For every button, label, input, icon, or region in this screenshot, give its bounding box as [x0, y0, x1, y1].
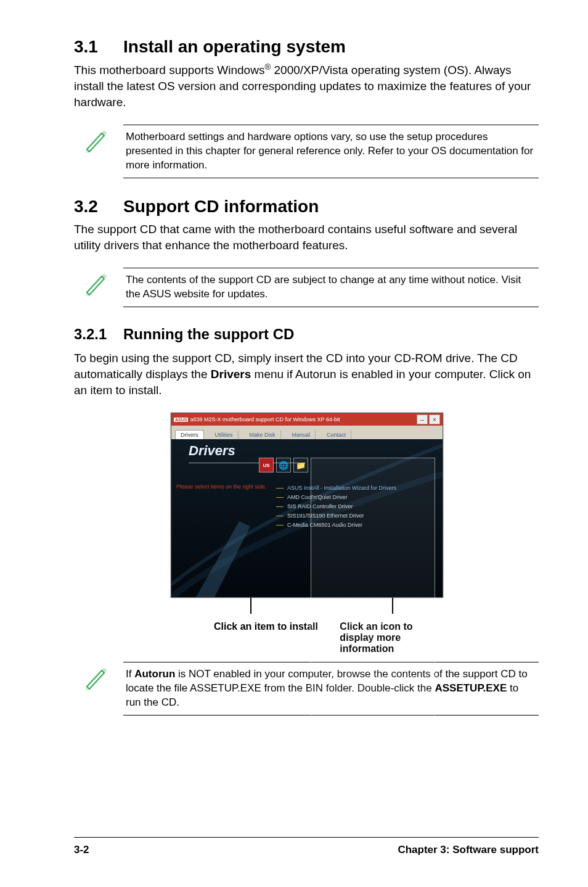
asus-badge: ASUS	[174, 418, 188, 422]
driver-list: ASUS InstAll - Installation Wizard for D…	[276, 484, 396, 530]
content-pane: Drivers US 🌐 📁 📄 Please select items on …	[171, 439, 443, 597]
pencil-note-icon	[81, 125, 112, 154]
note-3-1: Motherboard settings and hardware option…	[81, 125, 539, 178]
window-title-bar: ASUS a839 M2S-X motherboard support CD f…	[171, 413, 443, 426]
note-3-2-text: The contents of the support CD are subje…	[126, 273, 536, 302]
close-button[interactable]: ×	[429, 415, 440, 424]
list-item[interactable]: ASUS InstAll - Installation Wizard for D…	[276, 484, 396, 493]
list-item[interactable]: SIS191/SIS190 Ethernet Driver	[276, 511, 396, 521]
pencil-note-icon	[81, 662, 112, 691]
drivers-bold: Drivers	[211, 368, 251, 381]
note-text-span: If	[126, 668, 134, 680]
section-3-2-body: The support CD that came with the mother…	[74, 221, 539, 253]
section-3-1-body: This motherboard supports Windows® 2000/…	[74, 62, 539, 110]
body-text: This motherboard supports Windows	[74, 64, 264, 76]
tab-manual[interactable]: Manual	[287, 431, 316, 439]
tab-make-disk[interactable]: Make Disk	[245, 431, 281, 439]
locale-icon[interactable]: US	[259, 458, 274, 472]
web-icon[interactable]: 🌐	[276, 458, 291, 472]
section-3-2-1-body: To begin using the support CD, simply in…	[74, 350, 539, 398]
note-text-wrap: The contents of the support CD are subje…	[123, 268, 539, 307]
section-3-2-title: Support CD information	[123, 197, 319, 216]
pencil-note-icon	[81, 268, 112, 297]
browse-cd-icon[interactable]: 📁	[293, 458, 308, 472]
tab-contact[interactable]: Contact	[322, 431, 351, 439]
registered-mark: ®	[264, 62, 271, 72]
list-item[interactable]: C-Media CM6501 Audio Driver	[276, 521, 396, 530]
autorun-bold: Autorun	[134, 668, 175, 680]
page-footer: 3-2 Chapter 3: Software support	[74, 837, 539, 856]
screenshot-figure: ASUS a839 M2S-X motherboard support CD f…	[171, 413, 442, 654]
tab-utilities[interactable]: Utilities	[210, 431, 239, 439]
section-3-1-title: Install an operating system	[123, 37, 346, 56]
section-3-2-heading: 3.2Support CD information	[74, 197, 539, 217]
section-3-1-heading: 3.1Install an operating system	[74, 37, 539, 57]
section-3-1-number: 3.1	[74, 37, 123, 57]
window-title-text: a839 M2S-X motherboard support CD for Wi…	[190, 416, 340, 423]
page-number: 3-2	[74, 844, 89, 856]
support-cd-window: ASUS a839 M2S-X motherboard support CD f…	[171, 413, 443, 598]
side-prompt: Please select items on the right side.	[176, 484, 269, 490]
assetup-bold: ASSETUP.EXE	[435, 682, 507, 694]
minimize-button[interactable]: –	[417, 415, 428, 424]
section-3-2-1-title: Running the support CD	[123, 326, 294, 342]
tab-drivers[interactable]: Drivers	[175, 430, 204, 439]
section-3-2-number: 3.2	[74, 197, 123, 217]
note-3-2: The contents of the support CD are subje…	[81, 268, 539, 307]
section-3-2-1-heading: 3.2.1Running the support CD	[74, 326, 539, 343]
list-item[interactable]: AMD Cool'n'Quiet Driver	[276, 493, 396, 502]
note-3-1-text: Motherboard settings and hardware option…	[126, 130, 536, 173]
note-text-wrap: Motherboard settings and hardware option…	[123, 125, 539, 178]
list-item[interactable]: SIS RAID Controller Driver	[276, 502, 396, 511]
chapter-label: Chapter 3: Software support	[398, 844, 539, 856]
tab-row: Drivers Utilities Make Disk Manual Conta…	[171, 426, 443, 439]
section-3-2-1-number: 3.2.1	[74, 326, 123, 343]
